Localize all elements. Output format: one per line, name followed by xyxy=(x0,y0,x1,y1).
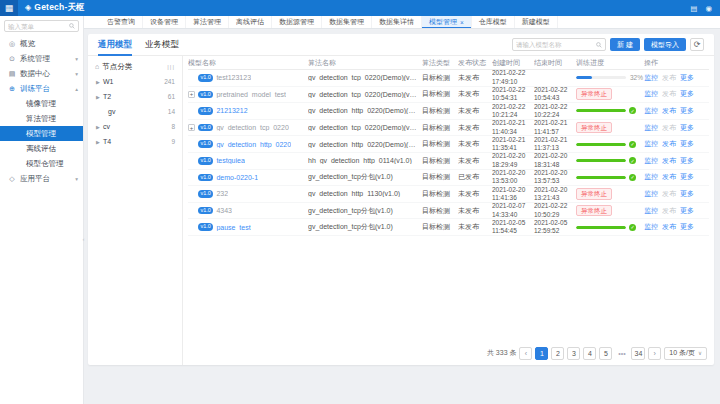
expand-arrow-icon[interactable]: ▶ xyxy=(96,124,103,130)
more-link[interactable]: 更多 xyxy=(680,206,694,216)
model-name-link[interactable]: demo-0220-1 xyxy=(216,174,258,181)
model-search-input[interactable] xyxy=(516,41,596,48)
sidebar-item-应用平台[interactable]: ◇应用平台▾ xyxy=(0,171,83,186)
more-link[interactable]: 更多 xyxy=(680,89,694,99)
sidebar-subitem-算法管理[interactable]: 算法管理 xyxy=(0,111,83,126)
expand-arrow-icon[interactable]: ▶ xyxy=(96,139,103,145)
table-row: v1.0232gv_detection_http_1130(v1.0)目标检测未… xyxy=(188,186,709,203)
expand-row-icon[interactable]: + xyxy=(188,124,195,131)
model-name-link[interactable]: gv_detection_http_0220 xyxy=(216,141,291,148)
sidebar: ◎概览⊙系统管理▾▤数据中心▾⊕训练平台▴镜像管理算法管理模型管理离线评估模型仓… xyxy=(0,16,84,404)
close-icon[interactable]: × xyxy=(460,19,464,26)
page-size-select[interactable]: 10 条/页∨ xyxy=(664,347,707,360)
tree-node-T2[interactable]: ▶T261 xyxy=(88,89,182,104)
sidebar-item-概览[interactable]: ◎概览 xyxy=(0,36,83,51)
more-link[interactable]: 更多 xyxy=(680,172,694,182)
algorithm-name-cell: gv_detection_http_0220(Demo)(v1.0) xyxy=(308,141,422,148)
page-tab-数据集管理[interactable]: 数据集管理 xyxy=(322,16,372,28)
monitor-link[interactable]: 监控 xyxy=(644,206,658,216)
more-link[interactable]: 更多 xyxy=(680,106,694,116)
sidebar-search[interactable] xyxy=(4,20,79,32)
monitor-link[interactable]: 监控 xyxy=(644,139,658,149)
page-tab-仓库模型[interactable]: 仓库模型 xyxy=(472,16,515,28)
publish-link: 发布 xyxy=(662,123,676,133)
more-link[interactable]: 更多 xyxy=(680,139,694,149)
monitor-link[interactable]: 监控 xyxy=(644,189,658,199)
sidebar-collapse-handle[interactable]: ‹ xyxy=(80,226,87,252)
monitor-link[interactable]: 监控 xyxy=(644,73,658,83)
page-tab-设备管理[interactable]: 设备管理 xyxy=(143,16,186,28)
prev-page-button[interactable]: ‹ xyxy=(519,347,532,360)
sidebar-subitem-镜像管理[interactable]: 镜像管理 xyxy=(0,96,83,111)
monitor-link[interactable]: 监控 xyxy=(644,106,658,116)
tree-node-gv[interactable]: gv14 xyxy=(88,104,182,119)
monitor-link[interactable]: 监控 xyxy=(644,172,658,182)
page-button-34[interactable]: 34 xyxy=(631,347,645,360)
page-button-1[interactable]: 1 xyxy=(535,347,548,360)
model-name-link[interactable]: gv_detection_tcp_0220 xyxy=(216,124,288,131)
page-button-4[interactable]: 4 xyxy=(583,347,596,360)
notification-icon[interactable]: ▤ xyxy=(690,4,697,13)
monitor-link[interactable]: 监控 xyxy=(644,222,658,232)
publish-link[interactable]: 发布 xyxy=(662,106,676,116)
more-link[interactable]: 更多 xyxy=(680,156,694,166)
page-tab-告警查询[interactable]: 告警查询 xyxy=(100,16,143,28)
model-name-link[interactable]: pretrained_model_test xyxy=(216,91,286,98)
tab-业务模型[interactable]: 业务模型 xyxy=(145,34,179,56)
expand-arrow-icon[interactable]: ▶ xyxy=(96,94,103,100)
tree-node-T4[interactable]: ▶T49 xyxy=(88,134,182,149)
sidebar-subitem-模型管理[interactable]: 模型管理 xyxy=(0,126,83,141)
sidebar-item-系统管理[interactable]: ⊙系统管理▾ xyxy=(0,51,83,66)
sidebar-subitem-离线评估[interactable]: 离线评估 xyxy=(0,141,83,156)
category-icon: ⌂ xyxy=(95,63,99,70)
page-button-3[interactable]: 3 xyxy=(567,347,580,360)
page-tab-数据源管理[interactable]: 数据源管理 xyxy=(272,16,322,28)
more-link[interactable]: 更多 xyxy=(680,189,694,199)
model-name-link[interactable]: test123123 xyxy=(216,74,251,81)
page-tab-新建模型[interactable]: 新建模型 xyxy=(515,16,558,28)
model-import-button[interactable]: 模型导入 xyxy=(644,38,686,51)
app-launcher-icon[interactable]: ▦ xyxy=(0,0,18,16)
monitor-link[interactable]: 监控 xyxy=(644,89,658,99)
more-link[interactable]: 更多 xyxy=(680,222,694,232)
actions-cell: 监控发布更多 xyxy=(644,222,709,232)
page-tab-模型管理[interactable]: 模型管理× xyxy=(422,16,472,28)
collapse-all-icon[interactable]: ||| xyxy=(167,64,175,70)
new-button[interactable]: 新 建 xyxy=(610,38,640,51)
publish-link[interactable]: 发布 xyxy=(662,172,676,182)
sidebar-search-input[interactable] xyxy=(8,23,69,30)
more-link[interactable]: 更多 xyxy=(680,123,694,133)
tree-node-W1[interactable]: ▶W1241 xyxy=(88,74,182,89)
sidebar-subitem-模型仓管理[interactable]: 模型仓管理 xyxy=(0,156,83,171)
user-icon[interactable]: ◉ xyxy=(705,4,712,13)
page-button-2[interactable]: 2 xyxy=(551,347,564,360)
publish-link[interactable]: 发布 xyxy=(662,222,676,232)
more-link[interactable]: 更多 xyxy=(680,73,694,83)
monitor-link[interactable]: 监控 xyxy=(644,156,658,166)
topbar: ▦ ◈ Getech-天枢 ▤ ◉ xyxy=(0,0,720,16)
total-count: 共 333 条 xyxy=(487,348,517,358)
model-name-link[interactable]: 4343 xyxy=(216,207,232,214)
page-ellipsis[interactable]: ••• xyxy=(615,347,628,360)
page-tab-数据集详情[interactable]: 数据集详情 xyxy=(372,16,422,28)
monitor-link[interactable]: 监控 xyxy=(644,123,658,133)
tab-通用模型[interactable]: 通用模型 xyxy=(98,34,132,56)
refresh-icon[interactable]: ⟳ xyxy=(690,38,704,51)
page-tab-算法管理[interactable]: 算法管理 xyxy=(186,16,229,28)
next-page-button[interactable]: › xyxy=(648,347,661,360)
model-name-link[interactable]: 21213212 xyxy=(216,107,247,114)
sidebar-item-数据中心[interactable]: ▤数据中心▾ xyxy=(0,66,83,81)
created-date: 2021-02-20 xyxy=(492,152,530,160)
expand-arrow-icon[interactable]: ▶ xyxy=(96,79,103,85)
page-tab-离线评估[interactable]: 离线评估 xyxy=(229,16,272,28)
model-search[interactable] xyxy=(512,38,606,51)
tree-node-cv[interactable]: ▶cv8 xyxy=(88,119,182,134)
publish-link[interactable]: 发布 xyxy=(662,139,676,149)
expand-row-icon[interactable]: + xyxy=(188,91,195,98)
model-name-link[interactable]: testguiea xyxy=(216,157,244,164)
model-name-link[interactable]: 232 xyxy=(216,190,228,197)
page-button-5[interactable]: 5 xyxy=(599,347,612,360)
model-name-link[interactable]: pause_test xyxy=(216,224,250,231)
publish-link[interactable]: 发布 xyxy=(662,156,676,166)
sidebar-item-训练平台[interactable]: ⊕训练平台▴ xyxy=(0,81,83,96)
